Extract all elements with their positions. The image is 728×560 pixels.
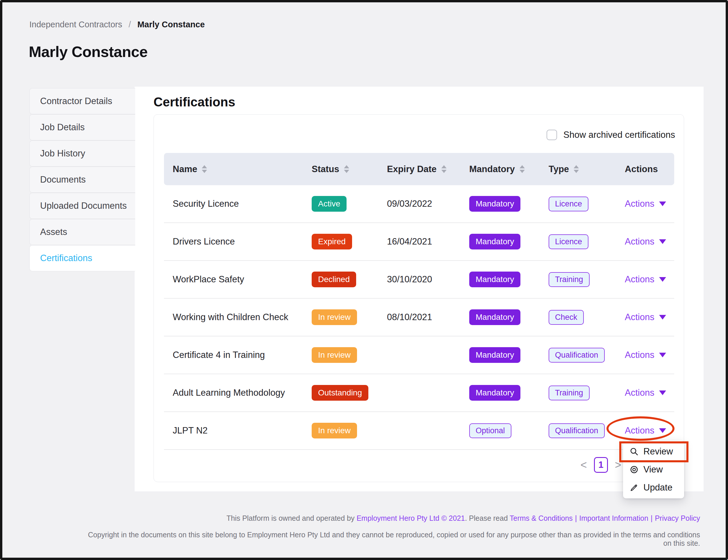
pagination-next-button[interactable]: > [615, 459, 621, 471]
certifications-card: Show archived certifications Name Status… [154, 114, 684, 482]
actions-button[interactable]: Actions [625, 236, 666, 247]
sort-icon[interactable] [520, 165, 525, 173]
menu-item-review[interactable]: Review [623, 443, 684, 461]
breadcrumb-current: Marly Constance [137, 20, 205, 29]
chevron-down-icon [659, 277, 666, 282]
section-heading: Certifications [154, 95, 235, 109]
actions-button[interactable]: Actions [625, 388, 666, 398]
column-header-name[interactable]: Name [164, 164, 303, 174]
actions-button[interactable]: Actions [625, 312, 666, 322]
type-chip: Training [549, 272, 590, 287]
table-row: Drivers Licence Expired 16/04/2021 Manda… [164, 223, 674, 261]
show-archived-checkbox[interactable] [547, 130, 557, 140]
chevron-down-icon [659, 315, 666, 320]
sidebar-item-documents[interactable]: Documents [29, 167, 135, 193]
footer-copyright: Copyright in the documents on this site … [84, 531, 700, 547]
chevron-down-icon [659, 390, 666, 395]
table-row: Adult Learning Methodology Outstanding M… [164, 374, 674, 412]
breadcrumb-parent-link[interactable]: Independent Contractors [29, 20, 122, 29]
cert-name: WorkPlace Safety [164, 274, 303, 285]
sidebar-item-assets[interactable]: Assets [29, 219, 135, 245]
type-chip: Qualification [549, 423, 605, 438]
table-row: WorkPlace Safety Declined 30/10/2020 Man… [164, 261, 674, 299]
cert-name: Adult Learning Methodology [164, 388, 303, 398]
type-chip: Check [549, 310, 584, 325]
status-badge: In review [312, 423, 357, 438]
cert-name: Working with Children Check [164, 312, 303, 322]
breadcrumb-separator: / [129, 20, 131, 29]
certifications-table: Name Status Expiry Date Mandatory [164, 153, 674, 450]
mandatory-badge: Mandatory [469, 309, 520, 325]
status-badge: Outstanding [312, 385, 368, 401]
mandatory-badge: Mandatory [469, 234, 520, 249]
main-panel: Certifications Show archived certificati… [135, 87, 704, 491]
expiry-date: 30/10/2020 [378, 274, 461, 285]
sidebar: Contractor Details Job Details Job Histo… [29, 88, 135, 271]
menu-item-view[interactable]: View [623, 461, 684, 479]
actions-button[interactable]: Actions [625, 274, 666, 285]
type-chip: Licence [549, 234, 588, 249]
table-row: Certificate 4 in Training In review Mand… [164, 336, 674, 374]
expiry-date: 16/04/2021 [378, 236, 461, 247]
pagination-page-1[interactable]: 1 [594, 457, 608, 473]
actions-dropdown-menu: Review View Update [623, 441, 684, 498]
cert-name: Drivers Licence [164, 236, 303, 247]
optional-chip: Optional [469, 423, 511, 438]
table-row: JLPT N2 In review Optional Qualification… [164, 412, 674, 450]
magnifier-icon [629, 447, 639, 456]
status-badge: Expired [312, 234, 352, 249]
sidebar-item-job-details[interactable]: Job Details [29, 114, 135, 140]
app-window: Independent Contractors / Marly Constanc… [0, 0, 728, 560]
chevron-down-icon [659, 239, 666, 244]
pagination: < 1 > [581, 457, 621, 473]
mandatory-badge: Mandatory [469, 272, 520, 287]
expiry-date: 08/10/2021 [378, 312, 461, 322]
show-archived-row: Show archived certifications [547, 130, 675, 140]
status-badge: Active [312, 196, 347, 212]
cert-name: Certificate 4 in Training [164, 350, 303, 360]
chevron-down-icon [659, 201, 666, 206]
sort-icon[interactable] [344, 165, 349, 173]
cert-name: Security Licence [164, 199, 303, 209]
page-title: Marly Constance [29, 43, 148, 60]
show-archived-label: Show archived certifications [563, 130, 675, 140]
menu-item-update[interactable]: Update [623, 479, 684, 497]
pencil-icon [629, 483, 639, 492]
chevron-down-icon [659, 353, 666, 357]
sidebar-item-contractor-details[interactable]: Contractor Details [29, 88, 135, 114]
status-badge: In review [312, 309, 357, 325]
actions-button-jlpt[interactable]: Actions [625, 425, 666, 436]
status-badge: In review [312, 347, 357, 363]
footer-privacy-link[interactable]: Privacy Policy [655, 514, 700, 522]
column-header-type[interactable]: Type [540, 164, 616, 174]
column-header-mandatory[interactable]: Mandatory [461, 164, 540, 174]
sort-icon[interactable] [202, 165, 207, 173]
table-header-row: Name Status Expiry Date Mandatory [164, 153, 674, 185]
table-row: Working with Children Check In review 08… [164, 299, 674, 336]
sidebar-item-uploaded-documents[interactable]: Uploaded Documents [29, 193, 135, 219]
column-header-expiry-date[interactable]: Expiry Date [378, 164, 461, 174]
actions-button[interactable]: Actions [625, 350, 666, 360]
table-row: Security Licence Active 09/03/2022 Manda… [164, 185, 674, 223]
footer-terms-link[interactable]: Terms & Conditions [510, 514, 573, 522]
mandatory-badge: Mandatory [469, 196, 520, 212]
type-chip: Training [549, 386, 590, 400]
type-chip: Qualification [549, 348, 605, 363]
sidebar-item-certifications[interactable]: Certifications [29, 245, 135, 271]
column-header-status[interactable]: Status [303, 164, 378, 174]
column-header-actions: Actions [616, 164, 674, 174]
actions-button[interactable]: Actions [625, 199, 666, 209]
sort-icon[interactable] [574, 165, 579, 173]
footer: This Platform is owned and operated by E… [84, 514, 700, 547]
footer-important-info-link[interactable]: Important Information [579, 514, 648, 522]
chevron-down-icon [659, 428, 666, 433]
expiry-date: 09/03/2022 [378, 199, 461, 209]
cert-name: JLPT N2 [164, 425, 303, 436]
mandatory-badge: Mandatory [469, 385, 520, 401]
sort-icon[interactable] [441, 165, 447, 173]
eye-icon [629, 465, 639, 474]
pagination-prev-button[interactable]: < [581, 459, 587, 471]
footer-operator-link[interactable]: Employment Hero Pty Ltd © 2021 [356, 514, 465, 522]
mandatory-badge: Mandatory [469, 347, 520, 363]
sidebar-item-job-history[interactable]: Job History [29, 140, 135, 167]
